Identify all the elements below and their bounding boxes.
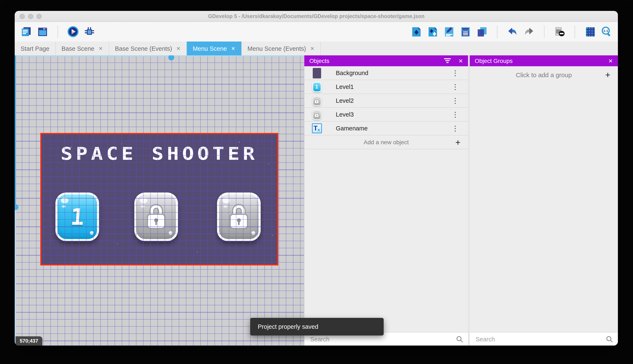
text-object-icon: Tx xyxy=(311,123,322,134)
toolbar-separator xyxy=(497,25,497,38)
redo-icon[interactable] xyxy=(523,26,534,37)
object-groups-panel-title: Object Groups xyxy=(475,58,608,64)
tab-bar: Start Page Base Scene ✕ Base Scene (Even… xyxy=(15,42,618,55)
tab-close-icon[interactable]: ✕ xyxy=(310,46,314,51)
grid-icon[interactable] xyxy=(585,26,596,37)
level1-thumbnail-icon: 1 xyxy=(311,81,322,92)
start-page-icon[interactable] xyxy=(37,26,48,37)
level1-button-instance[interactable]: 1 xyxy=(55,192,99,241)
tab-menu-scene[interactable]: Menu Scene ✕ xyxy=(187,42,242,55)
object-groups-search-bar xyxy=(470,332,618,346)
tab-close-icon[interactable]: ✕ xyxy=(231,46,235,51)
object-menu-icon[interactable]: ⋮ xyxy=(452,111,459,118)
object-row-gamename[interactable]: Tx Gamename ⋮ xyxy=(304,122,468,136)
object-groups-panel: Object Groups ✕ Click to add a group + xyxy=(470,55,618,346)
objects-panel-header: Objects ✕ xyxy=(304,55,468,66)
locked-thumbnail-icon xyxy=(311,95,322,106)
main-toolbar: 1:1 xyxy=(15,22,618,42)
add-object-row[interactable]: Add a new object + xyxy=(304,136,468,149)
object-groups-panel-header: Object Groups ✕ xyxy=(470,55,618,66)
background-swatch-icon xyxy=(311,68,322,78)
add-group-row[interactable]: Click to add a group + xyxy=(470,66,618,83)
level3-button-instance[interactable] xyxy=(217,192,261,241)
locked-thumbnail-icon xyxy=(311,109,322,120)
game-scene-background[interactable]: SPACE SHOOTER 1 xyxy=(42,134,277,264)
tab-start-page[interactable]: Start Page xyxy=(15,42,56,55)
add-group-plus-icon[interactable]: + xyxy=(605,70,610,79)
object-label: Background xyxy=(336,70,368,76)
object-groups-icon[interactable] xyxy=(427,26,438,37)
svg-text:1:1: 1:1 xyxy=(603,29,608,32)
add-object-plus-icon[interactable]: + xyxy=(455,138,460,146)
tab-base-scene[interactable]: Base Scene ✕ xyxy=(56,42,109,55)
play-icon[interactable] xyxy=(68,26,79,37)
object-groups-empty-area xyxy=(470,83,618,332)
object-groups-search-input[interactable] xyxy=(475,335,603,343)
object-label: Level2 xyxy=(336,97,354,104)
object-label: Level1 xyxy=(336,84,354,90)
search-icon xyxy=(606,336,613,342)
add-instance-icon[interactable] xyxy=(411,26,422,37)
tab-label: Menu Scene xyxy=(193,45,227,52)
filter-icon[interactable] xyxy=(444,58,451,63)
toolbar-separator xyxy=(544,25,544,38)
zoom-1to1-icon[interactable]: 1:1 xyxy=(601,26,612,37)
objects-search-input[interactable] xyxy=(309,335,453,343)
delete-instances-icon[interactable] xyxy=(554,26,565,37)
close-panel-icon[interactable]: ✕ xyxy=(608,58,613,64)
cursor-coordinates-badge: 570;437 xyxy=(16,336,42,346)
object-row-level1[interactable]: 1 Level1 ⋮ xyxy=(304,80,468,94)
vertical-scrollbar-thumb[interactable] xyxy=(15,204,19,210)
tab-label: Base Scene xyxy=(62,45,94,52)
vertical-scrollbar[interactable] xyxy=(15,55,16,346)
object-menu-icon[interactable]: ⋮ xyxy=(452,83,459,90)
object-row-background[interactable]: Background ⋮ xyxy=(304,66,468,80)
close-panel-icon[interactable]: ✕ xyxy=(458,58,463,64)
window-title: GDevelop 5 - /Users/dkarakay/Documents/G… xyxy=(15,13,618,19)
object-label: Gamename xyxy=(336,125,368,132)
tab-close-icon[interactable]: ✕ xyxy=(98,46,103,51)
horizontal-scrollbar[interactable] xyxy=(15,55,304,56)
object-menu-icon[interactable]: ⋮ xyxy=(452,70,459,76)
search-icon xyxy=(456,336,463,342)
toolbar-separator xyxy=(575,25,575,38)
object-menu-icon[interactable]: ⋮ xyxy=(452,97,459,104)
screenshot-stage: GDevelop 5 - /Users/dkarakay/Documents/G… xyxy=(0,0,633,364)
toast-message: Project properly saved xyxy=(258,323,319,330)
tab-base-scene-events[interactable]: Base Scene (Events) ✕ xyxy=(109,42,187,55)
project-manager-icon[interactable] xyxy=(21,26,32,37)
debug-icon[interactable] xyxy=(84,26,95,37)
lock-icon xyxy=(228,204,249,230)
level2-button-instance[interactable] xyxy=(134,192,178,241)
layers-icon[interactable] xyxy=(476,26,487,37)
object-row-level2[interactable]: Level2 ⋮ xyxy=(304,94,468,108)
object-menu-icon[interactable]: ⋮ xyxy=(452,125,459,132)
scene-title-text-instance[interactable]: SPACE SHOOTER xyxy=(28,144,291,164)
add-group-label: Click to add a group xyxy=(516,71,572,78)
horizontal-scrollbar-thumb[interactable] xyxy=(168,55,174,60)
lock-icon xyxy=(146,204,167,230)
level1-digit: 1 xyxy=(70,204,85,230)
panel-divider[interactable] xyxy=(468,55,470,346)
scene-editor-canvas[interactable]: SPACE SHOOTER 1 570;437 xyxy=(15,55,304,346)
objects-panel: Objects ✕ Background ⋮ 1 Level1 ⋮ xyxy=(304,55,468,346)
properties-icon[interactable] xyxy=(444,26,455,37)
object-row-level3[interactable]: Level3 ⋮ xyxy=(304,108,468,122)
tab-label: Menu Scene (Events) xyxy=(247,45,306,52)
tab-label: Base Scene (Events) xyxy=(115,45,172,52)
undo-icon[interactable] xyxy=(507,26,518,37)
save-toast: Project properly saved xyxy=(250,318,384,336)
title-bar: GDevelop 5 - /Users/dkarakay/Documents/G… xyxy=(15,11,618,22)
objects-panel-title: Objects xyxy=(309,58,444,64)
add-object-label: Add a new object xyxy=(364,139,409,146)
tab-menu-scene-events[interactable]: Menu Scene (Events) ✕ xyxy=(242,42,321,55)
tab-close-icon[interactable]: ✕ xyxy=(176,46,180,51)
tab-label: Start Page xyxy=(21,45,49,52)
objects-panel-empty-area xyxy=(304,149,468,332)
gdevelop-window: GDevelop 5 - /Users/dkarakay/Documents/G… xyxy=(15,11,618,346)
toolbar-separator xyxy=(58,25,58,38)
instances-list-icon[interactable] xyxy=(460,26,471,37)
object-label: Level3 xyxy=(336,111,354,118)
